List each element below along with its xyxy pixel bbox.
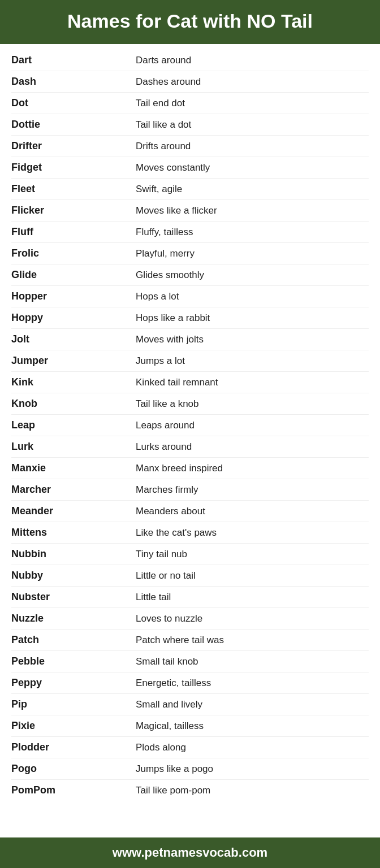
footer-url: www.petnamesvocab.com <box>113 845 267 860</box>
cat-name-description: Moves like a flicker <box>136 205 369 216</box>
cat-name-description: Small and lively <box>136 699 369 710</box>
cat-name-description: Meanders about <box>136 506 369 517</box>
cat-name-description: Darts around <box>136 55 369 66</box>
cat-name-description: Like the cat's paws <box>136 527 369 539</box>
list-item: MeanderMeanders about <box>11 501 369 522</box>
cat-name-description: Tail like pom-pom <box>136 785 369 796</box>
page-header: Names for Cat with NO Tail <box>0 0 380 42</box>
cat-name: Marcher <box>11 484 136 496</box>
cat-name-description: Jumps a lot <box>136 355 369 367</box>
cat-name: Nuzzle <box>11 613 136 624</box>
list-item: DottieTail like a dot <box>11 114 369 136</box>
page-title: Names for Cat with NO Tail <box>11 10 369 32</box>
list-item: PixieMagical, tailless <box>11 715 369 737</box>
cat-name-description: Moves constantly <box>136 162 369 173</box>
cat-name: Frolic <box>11 248 136 259</box>
cat-name-description: Magical, tailless <box>136 721 369 732</box>
cat-name: Nubby <box>11 570 136 581</box>
list-item: MittensLike the cat's paws <box>11 522 369 544</box>
cat-name-description: Loves to nuzzle <box>136 613 369 624</box>
list-item: LurkLurks around <box>11 436 369 458</box>
list-item: DotTail end dot <box>11 93 369 114</box>
list-item: MarcherMarches firmly <box>11 479 369 501</box>
list-item: DashDashes around <box>11 71 369 93</box>
cat-name-description: Playful, merry <box>136 248 369 259</box>
list-item: PogoJumps like a pogo <box>11 758 369 780</box>
cat-name-description: Energetic, tailless <box>136 678 369 689</box>
cat-name: Manxie <box>11 462 136 474</box>
cat-name-description: Dashes around <box>136 76 369 88</box>
cat-name: Patch <box>11 634 136 646</box>
list-item: PeppyEnergetic, tailless <box>11 672 369 694</box>
list-item: FluffFluffy, tailless <box>11 222 369 243</box>
list-item: NubbyLittle or no tail <box>11 565 369 587</box>
cat-name-description: Swift, agile <box>136 184 369 195</box>
list-item: KinkKinked tail remnant <box>11 372 369 393</box>
list-item: PebbleSmall tail knob <box>11 651 369 672</box>
list-item: FidgetMoves constantly <box>11 157 369 179</box>
cat-name-description: Leaps around <box>136 420 369 431</box>
list-item: JumperJumps a lot <box>11 350 369 372</box>
names-list: DartDarts aroundDashDashes aroundDotTail… <box>0 44 380 837</box>
list-item: PatchPatch where tail was <box>11 630 369 651</box>
list-item: DartDarts around <box>11 50 369 71</box>
cat-name: Dash <box>11 76 136 88</box>
list-item: HoppyHops like a rabbit <box>11 307 369 329</box>
list-item: PipSmall and lively <box>11 694 369 715</box>
page-footer: www.petnamesvocab.com <box>0 837 380 868</box>
cat-name-description: Little or no tail <box>136 570 369 581</box>
list-item: FleetSwift, agile <box>11 179 369 200</box>
cat-name: Pixie <box>11 720 136 732</box>
cat-name: Fluff <box>11 226 136 238</box>
cat-name-description: Drifts around <box>136 141 369 152</box>
cat-name: Peppy <box>11 677 136 689</box>
cat-name-description: Tail like a dot <box>136 119 369 131</box>
list-item: JoltMoves with jolts <box>11 329 369 350</box>
cat-name-description: Jumps like a pogo <box>136 763 369 775</box>
cat-name: Drifter <box>11 140 136 152</box>
list-item: FlickerMoves like a flicker <box>11 200 369 222</box>
cat-name-description: Tail end dot <box>136 98 369 109</box>
cat-name: Hopper <box>11 290 136 302</box>
cat-name-description: Marches firmly <box>136 484 369 496</box>
cat-name-description: Manx breed inspired <box>136 463 369 474</box>
cat-name: Glide <box>11 269 136 281</box>
list-item: HopperHops a lot <box>11 286 369 307</box>
list-item: NubsterLittle tail <box>11 587 369 608</box>
cat-name: PomPom <box>11 784 136 796</box>
cat-name: Kink <box>11 376 136 388</box>
cat-name-description: Tail like a knob <box>136 398 369 410</box>
cat-name-description: Hops a lot <box>136 291 369 302</box>
cat-name: Leap <box>11 419 136 431</box>
cat-name: Nubster <box>11 591 136 603</box>
cat-name: Knob <box>11 398 136 410</box>
cat-name: Hoppy <box>11 312 136 324</box>
cat-name-description: Hops like a rabbit <box>136 313 369 324</box>
list-item: KnobTail like a knob <box>11 393 369 415</box>
cat-name-description: Plods along <box>136 742 369 753</box>
cat-name: Dottie <box>11 119 136 131</box>
cat-name-description: Patch where tail was <box>136 635 369 646</box>
list-item: NuzzleLoves to nuzzle <box>11 608 369 630</box>
cat-name: Nubbin <box>11 548 136 560</box>
cat-name-description: Glides smoothly <box>136 270 369 281</box>
cat-name: Plodder <box>11 741 136 753</box>
cat-name: Dot <box>11 97 136 109</box>
cat-name: Fleet <box>11 183 136 195</box>
cat-name-description: Small tail knob <box>136 656 369 667</box>
cat-name: Lurk <box>11 441 136 453</box>
cat-name: Meander <box>11 505 136 517</box>
cat-name: Pebble <box>11 656 136 667</box>
cat-name: Pip <box>11 698 136 710</box>
cat-name-description: Lurks around <box>136 441 369 453</box>
cat-name-description: Moves with jolts <box>136 334 369 345</box>
cat-name-description: Fluffy, tailless <box>136 227 369 238</box>
list-item: ManxieManx breed inspired <box>11 458 369 479</box>
list-item: DrifterDrifts around <box>11 136 369 157</box>
cat-name-description: Little tail <box>136 592 369 603</box>
cat-name-description: Tiny tail nub <box>136 549 369 560</box>
cat-name: Fidget <box>11 162 136 173</box>
cat-name: Jolt <box>11 333 136 345</box>
list-item: GlideGlides smoothly <box>11 264 369 286</box>
cat-name: Pogo <box>11 763 136 775</box>
